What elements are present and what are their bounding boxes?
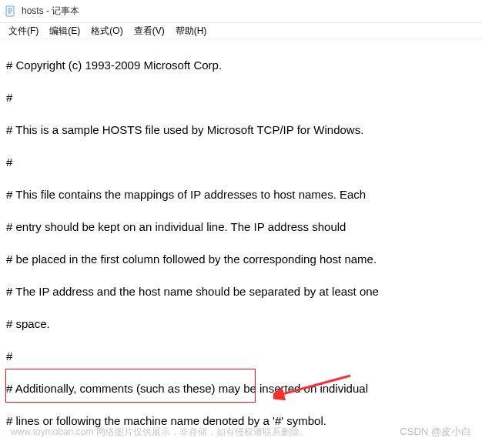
menu-help[interactable]: 帮助(H): [170, 23, 213, 39]
menu-edit[interactable]: 编辑(E): [44, 23, 85, 39]
notepad-app-icon: [5, 5, 17, 18]
text-line: # be placed in the first column followed…: [6, 251, 476, 267]
menu-file[interactable]: 文件(F): [3, 23, 44, 39]
text-line: #: [6, 154, 476, 170]
menu-bar: 文件(F) 编辑(E) 格式(O) 查看(V) 帮助(H): [0, 23, 482, 39]
text-line: # Additionally, comments (such as these)…: [6, 380, 476, 396]
menu-view[interactable]: 查看(V): [129, 23, 170, 39]
text-line: # The IP address and the host name shoul…: [6, 283, 476, 299]
text-line: # This is a sample HOSTS file used by Mi…: [6, 122, 476, 138]
window-title: hosts - 记事本: [22, 5, 79, 18]
text-line: #: [6, 89, 476, 105]
text-line: # space.: [6, 316, 476, 332]
text-line: #: [6, 348, 476, 364]
text-line: # This file contains the mappings of IP …: [6, 186, 476, 202]
text-line: #: [6, 445, 476, 448]
text-line: # Copyright (c) 1993-2009 Microsoft Corp…: [6, 57, 476, 73]
menu-format[interactable]: 格式(O): [85, 23, 128, 39]
watermark-right: CSDN @皮小白: [400, 425, 471, 439]
watermark-left: www.toymoban.com 网络图片仅供展示，非存储，如有侵权请联系删除。: [11, 426, 309, 439]
window-titlebar: hosts - 记事本: [0, 0, 482, 23]
text-line: # entry should be kept on an individual …: [6, 219, 476, 235]
text-editor-area[interactable]: # Copyright (c) 1993-2009 Microsoft Corp…: [0, 39, 482, 448]
